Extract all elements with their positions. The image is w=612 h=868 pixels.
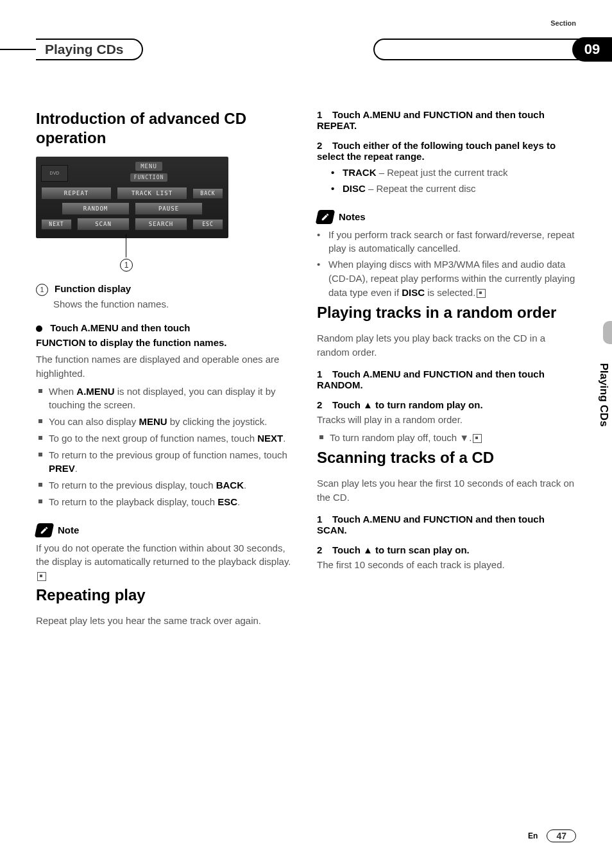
left-column: Introduction of advanced CD operation DV…: [36, 109, 295, 630]
step-repeat-1: 1Touch A.MENU and FUNCTION and then touc…: [317, 109, 576, 131]
step-scan-2: 2Touch ▲ to turn scan play on.: [317, 544, 576, 555]
list-item: To return to the previous group of funct…: [36, 448, 295, 476]
definition-label: Function display: [55, 283, 131, 294]
screen-pause-button: PAUSE: [135, 202, 203, 215]
screen-random-button: RANDOM: [62, 202, 130, 215]
screen-esc-button: ESC: [192, 219, 223, 230]
random-off-list: To turn random play off, touch ▼.: [317, 431, 576, 445]
lead-body: The function names are displayed and ope…: [36, 352, 295, 381]
step-random-2: 2Touch ▲ to turn random play on.: [317, 399, 576, 410]
note-block: Note If you do not operate the function …: [36, 523, 295, 583]
side-tab-cap: [603, 321, 612, 344]
circled-number-icon: 1: [36, 284, 48, 296]
dvd-icon: DVD: [41, 165, 68, 182]
list-item: When playing discs with MP3/WMA files an…: [317, 257, 576, 299]
note-label: Note: [58, 525, 79, 535]
screen-back-button: BACK: [192, 188, 223, 199]
list-item: DISC – Repeat the current disc: [331, 182, 576, 196]
list-item: To go to the next group of function name…: [36, 431, 295, 446]
notes-list: If you perform track search or fast forw…: [317, 228, 576, 300]
screen-next-button: NEXT: [41, 219, 72, 230]
repeat-body: Repeat play lets you hear the same track…: [36, 614, 295, 628]
repeat-options: TRACK – Repeat just the current track DI…: [331, 166, 576, 196]
list-item: To return to the previous display, touch…: [36, 478, 295, 492]
scan-body: Scan play lets you hear the first 10 sec…: [317, 476, 576, 505]
end-mark-icon: [473, 434, 482, 443]
footer-lang: En: [528, 831, 538, 840]
random-step2-body: Tracks will play in a random order.: [317, 413, 576, 427]
screen-search-button: SEARCH: [135, 218, 187, 230]
screen-repeat-button: REPEAT: [41, 187, 112, 200]
list-item: To return to the playback display, touch…: [36, 495, 295, 509]
random-body: Random play lets you play back tracks on…: [317, 331, 576, 360]
list-item: To turn random play off, touch ▼.: [317, 431, 576, 445]
callout-number: 1: [120, 259, 133, 272]
lead-instruction-line2: FUNCTION to display the function names.: [36, 336, 295, 350]
page: Section Playing CDs 09 Introduction of a…: [0, 0, 612, 868]
right-column: 1Touch A.MENU and FUNCTION and then touc…: [317, 109, 576, 630]
end-mark-icon: [477, 289, 486, 298]
list-item: If you perform track search or fast forw…: [317, 228, 576, 256]
note-pencil-icon: [316, 210, 336, 224]
list-item: You can also display MENU by clicking th…: [36, 415, 295, 429]
screen-tracklist-button: TRACK LIST: [117, 187, 187, 200]
definition-description: Shows the function names.: [53, 299, 295, 309]
notes-label: Notes: [339, 211, 366, 222]
step-scan-1: 1Touch A.MENU and FUNCTION and then touc…: [317, 514, 576, 535]
screen-function-chip: FUNCTION: [130, 173, 168, 182]
heading-repeat: Repeating play: [36, 586, 295, 605]
callout-line: [126, 234, 126, 257]
step-random-1: 1Touch A.MENU and FUNCTION and then touc…: [317, 369, 576, 390]
notes-block: Notes If you perform track search or fas…: [317, 210, 576, 300]
side-tab: Playing CDs: [595, 347, 612, 443]
scan-step2-body: The first 10 seconds of each track is pl…: [317, 558, 576, 572]
screen-menu-chip: MENU: [135, 162, 162, 171]
section-label: Section: [550, 19, 576, 27]
list-item: When A.MENU is not displayed, you can di…: [36, 385, 295, 413]
heading-scan: Scanning tracks of a CD: [317, 448, 576, 467]
page-footer: En 47: [528, 829, 576, 842]
end-mark-icon: [37, 572, 46, 581]
lead-instruction: Touch A.MENU and then touch: [36, 321, 295, 335]
chapter-title-pill: Playing CDs: [0, 39, 143, 60]
footer-page-number: 47: [547, 829, 576, 842]
device-screenshot: DVD MENU FUNCTION REPEAT TRACK LIST BACK: [36, 157, 228, 238]
note-pencil-icon: [35, 523, 55, 537]
heading-random: Playing tracks in a random order: [317, 303, 576, 322]
bullet-dot-icon: [36, 326, 42, 332]
tips-list: When A.MENU is not displayed, you can di…: [36, 385, 295, 509]
definition-item: 1 Function display: [36, 283, 295, 296]
screen-scan-button: SCAN: [77, 218, 130, 230]
note-body: If you do not operate the function withi…: [36, 541, 295, 583]
chapter-title: Playing CDs: [36, 39, 143, 60]
page-header: Section Playing CDs 09: [36, 39, 576, 64]
section-number-badge: 09: [572, 37, 612, 62]
side-tab-label: Playing CDs: [597, 363, 610, 426]
step-repeat-2: 2Touch either of the following touch pan…: [317, 140, 576, 162]
heading-intro: Introduction of advanced CD operation: [36, 109, 295, 148]
list-item: TRACK – Repeat just the current track: [331, 166, 576, 180]
